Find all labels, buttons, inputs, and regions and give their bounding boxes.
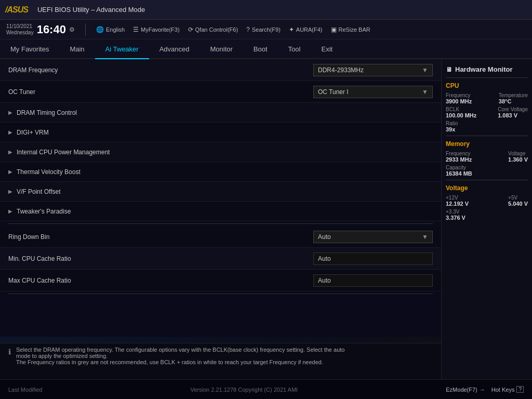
nav-item-monitor[interactable]: Monitor — [200, 39, 243, 59]
resize-label: ReSize BAR — [339, 26, 370, 33]
internal-cpu-label: Internal CPU Power Management — [17, 149, 110, 156]
myfavorite-label: MyFavorite(F3) — [141, 26, 180, 33]
nav-item-main[interactable]: Main — [59, 39, 95, 59]
cpu-bclk-voltage-row: BCLK 100.00 MHz Core Voltage 1.083 V — [446, 107, 528, 118]
aura-label: AURA(F4) — [296, 26, 323, 33]
resize-icon: ▣ — [331, 26, 337, 33]
ring-down-bin-row: Ring Down Bin Auto ▼ — [0, 226, 441, 248]
footer-version: Version 2.21.1278 Copyright (C) 2021 AMI — [42, 387, 446, 393]
ring-down-bin-value[interactable]: Auto ▼ — [313, 231, 433, 243]
dropdown-arrow-2: ▼ — [422, 88, 428, 96]
navigation-bar: My Favorites Main Ai Tweaker Advanced Mo… — [0, 39, 532, 59]
dram-frequency-dropdown[interactable]: DDR4-2933MHz ▼ — [313, 64, 433, 76]
mem-capacity-label: Capacity — [446, 165, 472, 170]
info-line3: The Frequency ratios in grey are not rec… — [16, 359, 344, 365]
footer-right: EzMode(F7) → Hot Keys ? — [446, 386, 524, 393]
toolbar-myfavorite[interactable]: ☰ MyFavorite(F3) — [133, 26, 180, 33]
datetime-section: 11/10/2021 Wednesday 16:40 ⚙ — [6, 23, 75, 36]
dram-frequency-label: DRAM Frequency — [8, 66, 313, 74]
nav-item-boot[interactable]: Boot — [243, 39, 278, 59]
hot-keys-icon: ? — [516, 386, 524, 393]
bclk-cell: BCLK 100.00 MHz — [446, 107, 476, 118]
ratio-label: Ratio — [446, 121, 458, 126]
body-layout: DRAM Frequency DDR4-2933MHz ▼ OC Tuner O… — [0, 59, 532, 379]
bclk-value: 100.00 MHz — [446, 112, 476, 118]
asus-logo: /ASUS — [5, 5, 28, 15]
bios-title: UEFI BIOS Utility – Advanced Mode — [37, 6, 145, 14]
toolbar-language[interactable]: 🌐 English — [96, 26, 125, 33]
12v-label: +12V — [446, 195, 469, 201]
max-cpu-cache-label: Max CPU Cache Ratio — [8, 277, 313, 284]
oc-tuner-row: OC Tuner OC Tuner I ▼ — [0, 81, 441, 103]
min-cpu-cache-label: Min. CPU Cache Ratio — [8, 255, 313, 262]
max-cpu-cache-row: Max CPU Cache Ratio Auto — [0, 270, 441, 291]
33v-value: 3.376 V — [446, 215, 466, 221]
time-display: 16:40 — [37, 23, 66, 36]
toolbar-search[interactable]: ? Search(F9) — [246, 26, 281, 33]
toolbar-aura[interactable]: ✦ AURA(F4) — [289, 26, 323, 33]
ez-mode-icon: → — [480, 387, 485, 393]
thermal-velocity-expand[interactable]: ▶ Thermal Velocity Boost — [0, 162, 441, 182]
dropdown-arrow-3: ▼ — [422, 233, 428, 241]
info-icon: ℹ — [8, 348, 11, 356]
info-line1: Select the DRAM operating frequency. The… — [16, 347, 344, 353]
max-cpu-cache-text: Auto — [313, 274, 433, 287]
search-icon: ? — [246, 26, 250, 33]
5v-cell: +5V 5.040 V — [508, 195, 528, 207]
qfan-label: Qfan Control(F6) — [195, 26, 238, 33]
tweakers-paradise-label: Tweaker's Paradise — [17, 208, 71, 215]
language-icon: 🌐 — [96, 26, 104, 33]
nav-item-tool[interactable]: Tool — [278, 39, 311, 59]
expand-arrow-dram: ▶ — [8, 110, 12, 115]
33v-row: +3.3V 3.376 V — [446, 209, 528, 221]
nav-item-exit[interactable]: Exit — [311, 39, 343, 59]
digi-vrm-expand[interactable]: ▶ DIGI+ VRM — [0, 123, 441, 142]
digi-vrm-label: DIGI+ VRM — [17, 129, 49, 136]
mem-capacity-row: Capacity 16384 MB — [446, 165, 528, 177]
tweakers-paradise-expand[interactable]: ▶ Tweaker's Paradise — [0, 202, 441, 221]
dram-frequency-row: DRAM Frequency DDR4-2933MHz ▼ — [0, 59, 441, 81]
ring-down-bin-dropdown[interactable]: Auto ▼ — [313, 231, 433, 243]
nav-item-advanced[interactable]: Advanced — [149, 39, 200, 59]
33v-cell: +3.3V 3.376 V — [446, 209, 466, 221]
footer-left: Last Modified — [8, 387, 42, 393]
dram-timing-label: DRAM Timing Control — [17, 109, 77, 116]
min-cpu-cache-value: Auto — [313, 252, 433, 265]
cpu-freq-label: Frequency — [446, 92, 472, 98]
nav-item-favorites[interactable]: My Favorites — [0, 39, 59, 59]
expand-arrow-vf: ▶ — [8, 189, 12, 194]
hot-keys-button[interactable]: Hot Keys ? — [491, 386, 524, 393]
settings-icon[interactable]: ⚙ — [69, 26, 75, 33]
date-text: 11/10/2021 Wednesday — [6, 23, 34, 36]
search-label: Search(F9) — [252, 26, 281, 33]
toolbar-qfan[interactable]: ⟳ Qfan Control(F6) — [188, 26, 238, 33]
ratio-value: 39x — [446, 126, 458, 132]
myfavorite-icon: ☰ — [133, 26, 139, 33]
hw-monitor-title: 🖥 Hardware Monitor — [446, 63, 528, 78]
mem-volt-value: 1.360 V — [508, 156, 528, 163]
core-voltage-value: 1.083 V — [498, 112, 528, 118]
ring-down-bin-label: Ring Down Bin — [8, 233, 313, 241]
dram-timing-expand[interactable]: ▶ DRAM Timing Control — [0, 103, 441, 123]
vf-point-expand[interactable]: ▶ V/F Point Offset — [0, 182, 441, 202]
cpu-ratio-row: Ratio 39x — [446, 121, 528, 132]
ez-mode-label: EzMode(F7) — [446, 387, 477, 393]
oc-tuner-value[interactable]: OC Tuner I ▼ — [313, 86, 433, 98]
dram-frequency-value[interactable]: DDR4-2933MHz ▼ — [313, 64, 433, 76]
ez-mode-button[interactable]: EzMode(F7) → — [446, 386, 485, 393]
core-voltage-label: Core Voltage — [498, 107, 528, 112]
mem-volt-cell: Voltage 1.360 V — [508, 151, 528, 163]
core-voltage-cell: Core Voltage 1.083 V — [498, 107, 528, 118]
mem-freq-value: 2933 MHz — [446, 156, 472, 163]
hardware-monitor-panel: 🖥 Hardware Monitor CPU Frequency 3900 MH… — [441, 59, 532, 379]
12v-value: 12.192 V — [446, 201, 469, 207]
expand-arrow-thermal: ▶ — [8, 169, 12, 175]
info-text: Select the DRAM operating frequency. The… — [16, 347, 344, 365]
oc-tuner-dropdown[interactable]: OC Tuner I ▼ — [313, 86, 433, 98]
nav-item-ai-tweaker[interactable]: Ai Tweaker — [95, 39, 149, 59]
internal-cpu-expand[interactable]: ▶ Internal CPU Power Management — [0, 142, 441, 162]
max-cpu-cache-value: Auto — [313, 274, 433, 287]
toolbar-resize[interactable]: ▣ ReSize BAR — [331, 26, 370, 33]
memory-section-title: Memory — [446, 140, 528, 148]
min-cpu-cache-row: Min. CPU Cache Ratio Auto — [0, 248, 441, 270]
